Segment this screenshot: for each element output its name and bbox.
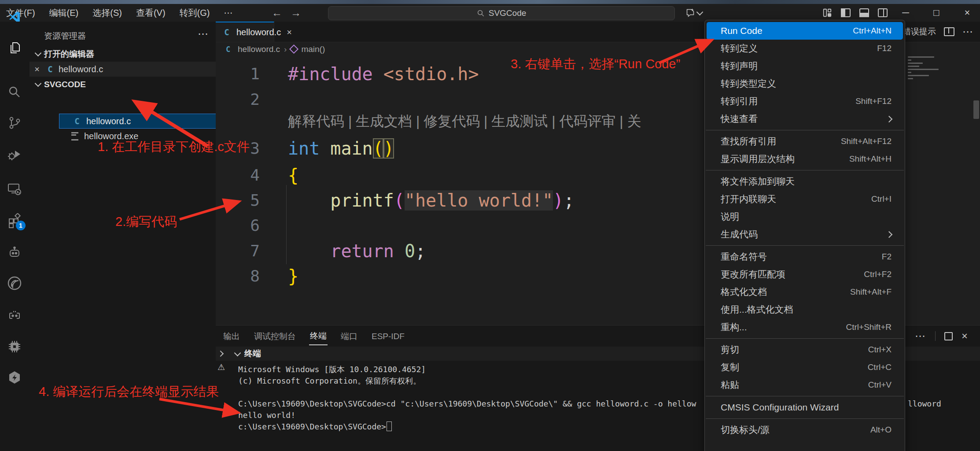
context-menu-item-生成代码[interactable]: 生成代码 — [707, 226, 903, 243]
menu-item[interactable]: 选择(S) — [86, 5, 128, 21]
minimize-button[interactable]: ─ — [895, 4, 916, 22]
editor-actions-label[interactable]: 错误提示 — [903, 26, 936, 37]
editor-scrollbar[interactable] — [973, 100, 979, 119]
chip-tool-icon[interactable] — [0, 336, 29, 357]
menu-item-shortcut: Shift+Alt+H — [849, 154, 892, 164]
tab-helloword-c[interactable]: C helloword.c × — [216, 22, 274, 42]
panel-maximize-icon[interactable] — [944, 332, 953, 340]
context-menu-item-转到定义[interactable]: 转到定义F12 — [707, 40, 903, 57]
panel-tab-端口[interactable]: 端口 — [340, 328, 358, 345]
code-line-3[interactable]: int main() — [288, 136, 394, 161]
menu-item-label: Run Code — [721, 26, 853, 36]
close-button[interactable]: × — [957, 4, 977, 22]
context-menu-item-cmsis-configuration-wizard[interactable]: CMSIS Configuration Wizard — [707, 399, 903, 416]
context-menu-item-快速查看[interactable]: 快速查看 — [707, 110, 903, 128]
panel-more-actions-icon[interactable]: ⋯ — [915, 330, 926, 342]
code-line-7[interactable]: return 0; — [288, 238, 426, 264]
context-menu-item-查找所有引用[interactable]: 查找所有引用Shift+Alt+F12 — [707, 133, 903, 150]
context-menu-item-显示调用层次结构[interactable]: 显示调用层次结构Shift+Alt+H — [707, 150, 903, 168]
menu-item-shortcut: Ctrl+I — [871, 194, 892, 204]
panel-close-icon[interactable]: × — [962, 330, 968, 342]
toggle-panel-icon[interactable] — [857, 7, 872, 19]
split-editor-icon[interactable] — [944, 27, 954, 36]
nav-back-icon[interactable]: ← — [269, 6, 284, 20]
panel-tab-ESP-IDF[interactable]: ESP-IDF — [371, 329, 405, 344]
context-menu-item-更改所有匹配项[interactable]: 更改所有匹配项Ctrl+F2 — [707, 266, 903, 283]
robot-chat-icon[interactable] — [0, 242, 29, 263]
breadcrumb-symbol[interactable]: main() — [301, 44, 325, 54]
folder-section-header[interactable]: SVGCODE — [29, 77, 216, 92]
codelens-actions[interactable]: 解释代码 | 生成文档 | 修复代码 | 生成测试 | 代码评审 | 关 — [288, 112, 641, 131]
context-menu-item-重命名符号[interactable]: 重命名符号F2 — [707, 248, 903, 266]
sidebar-more-actions-icon[interactable]: ⋯ — [198, 28, 209, 40]
ai-assistant-icon[interactable] — [0, 305, 29, 326]
breadcrumb-file[interactable]: helloword.c — [238, 44, 280, 54]
context-menu-item-转到类型定义[interactable]: 转到类型定义 — [707, 75, 903, 92]
customize-layout-icon[interactable] — [820, 7, 835, 19]
editor-more-actions-icon[interactable]: ⋯ — [962, 26, 974, 38]
chevron-down-icon — [35, 50, 42, 57]
search-activity-icon[interactable] — [0, 81, 29, 103]
menu-item[interactable]: 转到(G) — [173, 5, 216, 21]
menu-item-label: 重构... — [721, 321, 846, 333]
terminal-line: c:\Users\19609\Desktop\SVGCode> — [238, 421, 392, 433]
context-menu-item-重构...[interactable]: 重构...Ctrl+Shift+R — [707, 318, 903, 336]
menu-item[interactable]: 查看(V) — [130, 5, 172, 21]
espressif-icon[interactable] — [0, 273, 29, 294]
open-editor-label: helloword.c — [59, 64, 103, 74]
code-token: { — [288, 165, 298, 185]
divider — [935, 331, 936, 341]
context-menu-item-说明[interactable]: 说明 — [707, 208, 903, 226]
context-menu-item-切换标头/源[interactable]: 切换标头/源Alt+O — [707, 421, 903, 439]
context-menu-item-粘贴[interactable]: 粘贴Ctrl+V — [707, 376, 903, 394]
menu-overflow-icon[interactable]: ⋯ — [217, 6, 239, 20]
context-menu-item-打开内联聊天[interactable]: 打开内联聊天Ctrl+I — [707, 190, 903, 208]
open-editor-row[interactable]: × C helloword.c — [29, 62, 216, 77]
panel-tab-终端[interactable]: 终端 — [309, 328, 328, 345]
context-menu-item-转到引用[interactable]: 转到引用Shift+F12 — [707, 92, 903, 110]
toggle-secondary-sidebar-icon[interactable] — [875, 7, 890, 19]
copilot-icon — [685, 7, 696, 18]
tab-label: helloword.c — [236, 27, 281, 37]
menu-item-label: 说明 — [721, 211, 892, 223]
context-menu-item-run-code[interactable]: Run CodeCtrl+Alt+N — [707, 22, 903, 40]
context-menu-item-复制[interactable]: 复制Ctrl+C — [707, 359, 903, 376]
menu-item-shortcut: F2 — [882, 252, 892, 262]
c-file-icon: C — [71, 116, 83, 126]
symbol-method-icon — [289, 44, 298, 54]
nav-forward-icon[interactable]: → — [288, 6, 303, 20]
menu-item-shortcut: Ctrl+Shift+R — [846, 322, 892, 332]
panel-tab-调试控制台[interactable]: 调试控制台 — [253, 328, 297, 345]
breadcrumb[interactable]: C helloword.c › main() — [222, 42, 325, 56]
explorer-icon[interactable] — [0, 37, 29, 59]
menu-item[interactable]: 编辑(E) — [43, 5, 85, 21]
source-control-icon[interactable] — [0, 112, 29, 133]
run-debug-icon[interactable] — [0, 144, 29, 165]
toggle-primary-sidebar-icon[interactable] — [838, 7, 853, 19]
command-center-search[interactable]: SVGCode — [328, 6, 675, 20]
context-menu-item-剪切[interactable]: 剪切Ctrl+X — [707, 341, 903, 359]
menu-item-shortcut: Ctrl+X — [868, 345, 892, 355]
minimap[interactable] — [908, 56, 947, 83]
open-editors-section[interactable]: 打开的编辑器 — [29, 47, 216, 61]
code-line-8[interactable]: } — [288, 263, 298, 289]
context-menu-item-使用...格式化文档[interactable]: 使用...格式化文档 — [707, 301, 903, 318]
close-icon[interactable]: × — [29, 64, 44, 74]
code-line-4[interactable]: { — [288, 163, 298, 188]
extensions-icon[interactable]: 1 — [0, 210, 29, 231]
copilot-menu[interactable] — [685, 7, 702, 18]
code-line-5[interactable]: printf("hello world!"); — [288, 188, 574, 213]
tab-close-icon[interactable]: × — [287, 27, 292, 37]
panel-tab-输出[interactable]: 输出 — [222, 328, 241, 345]
remote-explorer-icon[interactable] — [0, 178, 29, 200]
context-menu-item-将文件添加到聊天[interactable]: 将文件添加到聊天 — [707, 173, 903, 190]
menu-item-label: 打开内联聊天 — [721, 193, 871, 205]
context-menu-item-格式化文档[interactable]: 格式化文档Shift+Alt+F — [707, 283, 903, 301]
code-line-1[interactable]: #include <stdio.h> — [288, 61, 479, 87]
context-menu-item-转到声明[interactable]: 转到声明 — [707, 57, 903, 75]
platformio-icon[interactable] — [0, 367, 29, 388]
maximize-button[interactable]: □ — [926, 4, 947, 22]
menu-item[interactable]: 文件(F) — [0, 5, 41, 21]
submenu-chevron-icon — [886, 231, 893, 238]
code-token: ) — [553, 190, 564, 211]
